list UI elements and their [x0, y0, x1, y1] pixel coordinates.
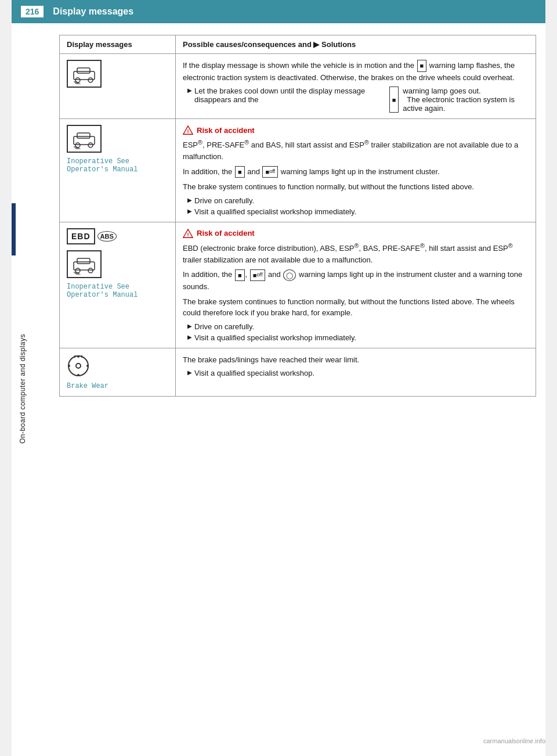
brake-wear-icon	[67, 354, 90, 377]
row2-icon-cell: Inoperative SeeOperator's Manual	[60, 119, 176, 222]
ebd-icon-box: EBD	[67, 228, 95, 244]
sidebar-area: On-board computer and displays	[12, 23, 34, 755]
row3-content: ! Risk of accident EBD (electronic brake…	[176, 222, 536, 348]
sidebar-label: On-board computer and displays	[19, 334, 27, 444]
header-bar: 216 Display messages	[12, 0, 545, 23]
main-table: Display messages Possible causes/consequ…	[59, 35, 536, 397]
row1-icon	[67, 60, 168, 88]
warning-lamp-icon3: ■	[235, 166, 245, 178]
row3-risk-header: ! Risk of accident	[183, 228, 255, 239]
table-row: If the display message is shown while th…	[60, 54, 536, 119]
esp-car-icon-box2	[67, 125, 102, 153]
row3-body3: The brake system continues to function n…	[183, 296, 529, 319]
table-row: Inoperative SeeOperator's Manual ! Risk …	[60, 119, 536, 222]
svg-point-3	[88, 78, 93, 82]
row4-icon-cell: Brake Wear	[60, 348, 176, 396]
svg-point-28	[77, 374, 79, 376]
warning-triangle-icon2: !	[183, 228, 193, 239]
svg-text:!: !	[187, 129, 189, 135]
row2-body1: ESP®, PRE-SAFE® and BAS, hill start assi…	[183, 138, 529, 162]
watermark: carmanualsonline.info	[483, 737, 545, 744]
warning-lamp-icon7: ◯	[283, 269, 296, 282]
svg-rect-8	[77, 133, 90, 138]
row3-body1: EBD (electronic brake force distribution…	[183, 241, 529, 265]
row1-content: If the display message is shown while th…	[176, 54, 536, 119]
svg-text:!: !	[187, 232, 189, 237]
row2-content: ! Risk of accident ESP®, PRE-SAFE® and B…	[176, 119, 536, 222]
brake-wear-icon-container	[67, 354, 90, 377]
warning-lamp-icon2: ■	[389, 87, 399, 113]
row2-risk-header: ! Risk of accident	[183, 125, 255, 135]
row1-icon-cell	[60, 54, 176, 119]
sidebar-blue-bar	[12, 203, 16, 255]
row3-icon-cell: EBD ABS	[60, 222, 176, 348]
row4-body1: The brake pads/linings have reached thei…	[183, 354, 529, 366]
row3-icon-row1: EBD ABS	[67, 228, 117, 244]
row3-icon-label: Inoperative SeeOperator's Manual	[67, 283, 138, 299]
table-row: Brake Wear The brake pads/linings have r…	[60, 348, 536, 396]
row1-bullet1: Let the brakes cool down until the displ…	[187, 87, 529, 113]
row2-body3: The brake system continues to function n…	[183, 181, 529, 193]
row3-body2: In addition, the ■, ■off and ◯ warning l…	[183, 269, 529, 292]
row4-icon-label: Brake Wear	[67, 382, 108, 390]
content-area: Display messages Possible causes/consequ…	[55, 23, 545, 755]
row4-icon: Brake Wear	[67, 354, 168, 390]
warning-triangle-icon: !	[183, 125, 193, 135]
svg-point-30	[86, 365, 89, 367]
row2-bullet1: Drive on carefully.	[187, 196, 529, 205]
row2-icon: Inoperative SeeOperator's Manual	[67, 125, 168, 174]
svg-rect-1	[77, 68, 90, 73]
row2-body2: In addition, the ■ and ■off warning lamp…	[183, 166, 529, 178]
abs-icon-box: ABS	[97, 231, 117, 242]
esp-car-icon2	[71, 128, 97, 149]
warning-lamp-icon1: ■	[417, 60, 427, 72]
row2-icon-label: Inoperative SeeOperator's Manual	[67, 157, 138, 174]
esp-car-icon	[71, 63, 97, 84]
esp-car-icon3	[71, 254, 97, 275]
row3-bullet2: Visit a qualified specialist workshop im…	[187, 333, 529, 342]
row4-bullet1: Visit a qualified specialist workshop.	[187, 369, 529, 377]
page-wrapper: 216 Display messages On-board computer a…	[12, 0, 545, 756]
row3-icon: EBD ABS	[67, 228, 168, 299]
svg-point-27	[77, 355, 79, 358]
svg-point-26	[76, 363, 81, 368]
svg-rect-17	[77, 258, 90, 264]
col-header-causes: Possible causes/consequences and ▶ Solut…	[176, 35, 536, 54]
page-title: Display messages	[53, 6, 133, 17]
svg-point-29	[68, 365, 70, 367]
warning-lamp-icon6: ■off	[250, 269, 266, 282]
svg-point-19	[88, 268, 93, 273]
esp-car-icon-box	[67, 60, 102, 88]
esp-car-icon-box3	[67, 250, 102, 278]
page-number: 216	[21, 6, 44, 17]
ebd-label: EBD	[71, 232, 91, 241]
row3-bullet1: Drive on carefully.	[187, 322, 529, 331]
table-row: EBD ABS	[60, 222, 536, 348]
svg-point-25	[68, 356, 88, 376]
svg-point-10	[88, 143, 93, 147]
col-header-display: Display messages	[60, 35, 176, 54]
row1-body1: If the display message is shown while th…	[183, 60, 529, 83]
warning-lamp-icon4: ■off	[262, 166, 278, 178]
row4-content: The brake pads/linings have reached thei…	[176, 348, 536, 396]
row2-bullet2: Visit a qualified specialist workshop im…	[187, 207, 529, 216]
warning-lamp-icon5: ■	[235, 269, 245, 282]
